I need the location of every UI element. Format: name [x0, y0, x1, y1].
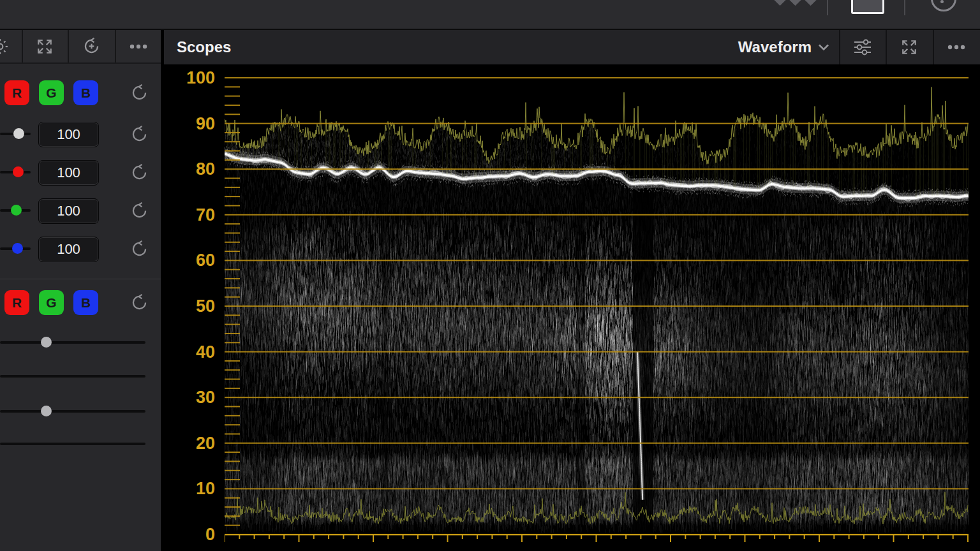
channel-g-button[interactable]: G — [39, 290, 64, 315]
palette-more-button[interactable] — [117, 30, 160, 62]
keyframes-icon[interactable] — [804, 0, 817, 6]
settings-sliders-icon — [853, 39, 872, 55]
axis-tick-label: 50 — [164, 296, 215, 316]
adjust-controls-panel: R G B — [0, 64, 161, 551]
blue-slider-knob[interactable] — [12, 243, 23, 254]
auto-adjust-icon — [0, 38, 8, 55]
red-slider-knob[interactable] — [13, 166, 24, 177]
scope-mode-label: Waveform — [738, 38, 812, 56]
divider — [68, 30, 69, 62]
axis-tick-label: 10 — [164, 478, 215, 499]
reset-button[interactable] — [130, 125, 148, 143]
slider-track[interactable] — [0, 375, 145, 378]
reset-icon — [131, 202, 148, 219]
reset-button[interactable] — [130, 202, 148, 219]
slider-knob[interactable] — [41, 337, 52, 348]
scope-mode-dropdown[interactable]: Waveform — [738, 30, 829, 64]
channel-b-button[interactable]: B — [73, 80, 98, 105]
expand-icon — [36, 38, 53, 55]
axis-tick-label: 100 — [164, 68, 215, 88]
top-toolbar — [0, 0, 980, 30]
blue-value-field[interactable] — [38, 237, 99, 262]
reset-icon — [131, 126, 148, 143]
channel-r-button[interactable]: R — [4, 80, 29, 105]
axis-tick-label: 30 — [164, 387, 215, 408]
keyframes-icon[interactable] — [789, 0, 802, 6]
divider — [115, 30, 116, 62]
chevron-down-icon — [818, 43, 829, 51]
axis-tick-label: 40 — [164, 342, 215, 362]
reset-icon — [131, 164, 148, 181]
green-slider-knob[interactable] — [11, 205, 22, 216]
davinci-color-page: R G B — [0, 0, 980, 551]
red-value-field[interactable] — [38, 160, 99, 186]
axis-tick-label: 80 — [164, 159, 215, 179]
auto-adjust-button[interactable] — [0, 30, 21, 62]
axis-tick-label: 0 — [164, 524, 215, 545]
waveform-scope-canvas — [225, 64, 969, 551]
reset-icon — [131, 294, 148, 311]
green-value-field[interactable] — [38, 198, 99, 224]
expand-icon — [901, 39, 917, 55]
divider — [827, 0, 828, 15]
waveform-graph: 1009080706050403020100 — [164, 64, 980, 551]
scope-settings-button[interactable] — [840, 30, 885, 64]
reset-add-icon — [83, 38, 100, 55]
display-toggle-icon[interactable] — [851, 0, 884, 14]
keyframes-icon[interactable] — [773, 0, 787, 6]
reset-button[interactable] — [130, 293, 148, 311]
slider-track[interactable] — [0, 443, 145, 445]
expand-panel-button[interactable] — [24, 30, 66, 62]
more-icon — [130, 44, 147, 49]
channel-r-button[interactable]: R — [4, 290, 29, 315]
axis-tick-label: 60 — [164, 250, 215, 270]
reset-icon — [131, 84, 148, 101]
slider-track[interactable] — [0, 410, 145, 413]
channel-g-button[interactable]: G — [39, 80, 64, 105]
clock-icon[interactable] — [931, 0, 956, 11]
divider — [22, 30, 23, 62]
reset-icon — [131, 240, 148, 258]
slider-track[interactable] — [0, 341, 145, 344]
reset-button[interactable] — [130, 163, 148, 181]
palette-toolbar — [0, 30, 161, 64]
reset-button[interactable] — [130, 84, 148, 101]
scopes-panel-title: Scopes — [177, 30, 231, 64]
channel-b-button[interactable]: B — [73, 290, 98, 315]
slider-knob[interactable] — [41, 406, 52, 416]
more-icon — [947, 45, 965, 50]
divider — [904, 0, 905, 15]
luma-slider-knob[interactable] — [13, 128, 24, 139]
luma-value-field[interactable] — [38, 122, 99, 147]
scope-expand-button[interactable] — [887, 30, 932, 64]
scope-more-button[interactable] — [934, 30, 979, 64]
divider — [0, 279, 161, 279]
reset-grade-button[interactable] — [70, 30, 112, 62]
scopes-header: Scopes Waveform — [164, 30, 980, 64]
reset-button[interactable] — [130, 240, 148, 258]
clock-icon-dot — [940, 0, 944, 3]
axis-tick-label: 70 — [164, 205, 215, 225]
axis-tick-label: 90 — [164, 114, 215, 134]
axis-tick-label: 20 — [164, 433, 215, 453]
